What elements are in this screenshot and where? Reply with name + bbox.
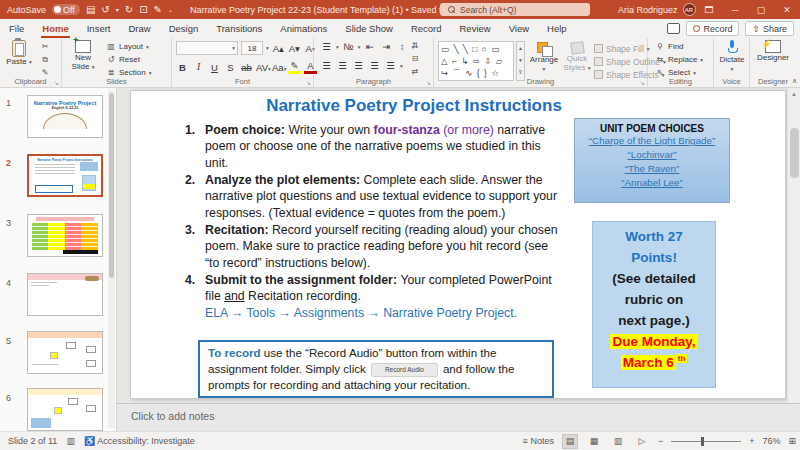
unit-poem-choices-box[interactable]: UNIT POEM CHOICES “Charge of the Light B… [574,118,730,203]
tab-insert[interactable]: Insert [78,19,120,38]
tab-draw[interactable]: Draw [119,19,159,38]
justify-button[interactable]: ☰ [368,60,381,71]
columns-button[interactable]: ☰ [384,60,397,71]
slideshow-view-button[interactable]: ▷ [634,434,650,449]
tab-transitions[interactable]: Transitions [207,19,271,38]
reading-view-button[interactable]: ▥ [610,434,626,449]
layout-button[interactable]: ▥Layout▾ [106,42,149,51]
align-right-button[interactable]: ☰ [352,60,365,71]
thumbnail-scrollbar[interactable] [108,90,115,428]
share-button[interactable]: ⇧ Share [745,21,794,36]
align-center-button[interactable]: ☰ [336,60,349,71]
poem-link-lochinvar[interactable]: “Lochinvar” [575,148,729,162]
notes-pane[interactable]: Click to add notes [117,403,800,431]
designer-button[interactable]: Designer [756,40,790,62]
font-size-select[interactable]: 18 [241,41,263,55]
normal-view-button[interactable]: ▤ [562,434,578,449]
slide-thumbnail-4[interactable] [27,273,103,316]
underline-button[interactable]: U [208,62,221,73]
shapes-row[interactable]: ▭ ╲ ╲ □ ○ ▭ [441,43,511,55]
align-left-button[interactable]: ☰ [320,60,333,71]
poem-link-raven[interactable]: “The Raven” [575,162,729,176]
tab-home[interactable]: Home [33,19,77,38]
record-audio-button[interactable]: Record Audio [371,363,438,378]
slide-sorter-view-button[interactable]: ▦ [586,434,602,449]
section-button[interactable]: ≣Section▾ [106,68,151,77]
numbering-button[interactable]: № [342,41,355,52]
shrink-font-button[interactable]: A▾ [288,43,301,54]
pen-input-icon[interactable]: ✎ [154,5,162,15]
points-box[interactable]: Worth 27Points! (See detailedrubric onne… [592,221,716,388]
slide-canvas[interactable]: Narrative Poetry Project Instructions 1.… [130,90,786,399]
search-box[interactable]: Search (Alt+Q) [440,3,590,16]
zoom-slider[interactable] [671,434,741,449]
convert-smartart-button[interactable]: ⇄ [410,67,420,76]
redo-icon[interactable]: ↻ [125,5,133,15]
strikethrough-button[interactable]: ab [240,62,253,73]
accessibility-status[interactable]: ♿ Accessibility: Investigate [84,436,195,446]
format-painter-button[interactable]: ✎ [40,68,50,77]
tab-design[interactable]: Design [160,19,208,38]
quick-styles-button[interactable]: QuickStyles ▾ [562,42,592,72]
to-record-box[interactable]: To record use the “Record Audio” button … [198,340,554,398]
tab-view[interactable]: View [500,19,538,38]
font-dialog-launcher-icon[interactable]: ↘ [306,79,311,86]
text-direction-button[interactable]: ⇅ [410,41,420,50]
copy-button[interactable]: ⧉ [40,55,50,65]
decrease-indent-button[interactable]: ⇤ [364,41,377,52]
zoom-out-button[interactable]: − [658,436,663,446]
zoom-slider-thumb[interactable] [701,437,704,446]
slide-thumbnail-6[interactable] [27,388,103,431]
text-shadow-button[interactable]: S [224,62,237,73]
line-spacing-button[interactable]: ↕ [396,41,409,52]
record-button[interactable]: Record [686,21,739,36]
increase-indent-button[interactable]: ⇥ [380,41,393,52]
slide-thumbnail-3[interactable] [27,214,103,257]
select-button[interactable]: ⇖Select▾ [655,68,696,77]
tab-file[interactable]: File [0,19,33,38]
reset-button[interactable]: ↺Reset [106,55,140,64]
font-name-select[interactable]: ▾ [176,41,238,55]
scrollbar-thumb[interactable] [790,128,799,178]
zoom-level[interactable]: 76% [762,436,780,446]
paragraph-dialog-launcher-icon[interactable]: ↘ [426,79,431,86]
shapes-gallery-scroll[interactable]: ▲▼⊽ [516,41,525,81]
dictate-button[interactable]: Dictate▾ [715,40,749,73]
quick-access-more-icon[interactable]: ⌄ [168,5,173,15]
scrollbar-thumb[interactable] [109,93,114,278]
slide-thumbnail-5[interactable] [27,331,103,374]
find-button[interactable]: ⚲Find [655,42,684,51]
minimize-button[interactable]: ─ [722,0,748,19]
scroll-up-icon[interactable]: ▲ [788,88,800,97]
grow-font-button[interactable]: A▴ [272,43,285,54]
character-spacing-button[interactable]: AV▾ [256,62,269,73]
shapes-gallery[interactable]: ▭ ╲ ╲ □ ○ ▭ △ ⌐ ↳ ⇨ ⇩ ▱ ↪ ⌒ ∿ { } ☆ [438,41,514,81]
bold-button[interactable]: B [176,62,189,73]
shapes-row[interactable]: △ ⌐ ↳ ⇨ ⇩ ▱ [441,55,511,67]
slide-scrollbar[interactable]: ▲ [787,88,800,403]
instructions-list[interactable]: 1. Poem choice: Write your own four-stan… [185,122,561,322]
tab-help[interactable]: Help [538,19,576,38]
close-button[interactable]: ✕ [774,0,800,19]
tab-record[interactable]: Record [402,19,451,38]
slide-thumbnail-1[interactable]: Narrative Poetry Project English 8, 22-2… [27,95,103,138]
change-case-button[interactable]: Aa▾ [272,62,285,73]
tab-slide-show[interactable]: Slide Show [336,19,402,38]
fit-slide-button[interactable]: ⊞ [788,436,796,446]
paste-button[interactable]: Paste ▾ [2,40,36,66]
poem-link-charge[interactable]: “Charge of the Light Brigade” [575,134,729,148]
align-text-button[interactable]: ⊟ [410,54,420,63]
undo-icon[interactable]: ↺ [101,5,109,15]
replace-button[interactable]: ⇆Replace▾ [655,55,703,64]
maximize-button[interactable]: ▢ [748,0,774,19]
slide-thumbnail-2-selected[interactable]: Narrative Poetry Project Instructions [27,154,103,197]
clipboard-dialog-launcher-icon[interactable]: ↘ [54,79,59,86]
ribbon-display-options-icon[interactable]: 🗖 [696,0,722,19]
zoom-in-button[interactable]: + [749,436,754,446]
save-icon[interactable]: ▤ [86,5,95,15]
poem-link-annabel[interactable]: “Annabel Lee” [575,176,729,190]
present-icon[interactable]: ⊡ [139,5,147,15]
bullets-button[interactable]: ☰ [320,41,333,52]
undo-dropdown-icon[interactable]: ▾ [116,5,119,15]
tab-review[interactable]: Review [451,19,500,38]
